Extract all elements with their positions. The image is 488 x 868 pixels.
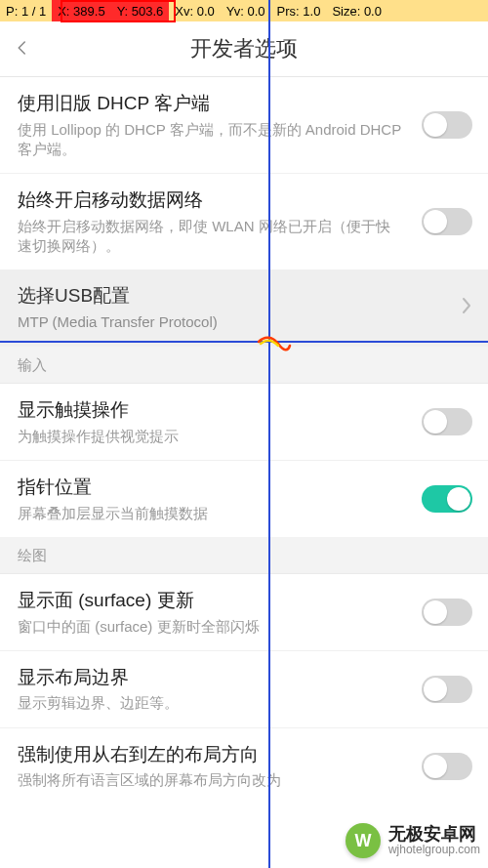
row-usb-label: 选择USB配置 xyxy=(18,283,470,309)
row-surface-updates[interactable]: 显示面 (surface) 更新 窗口中的面 (surface) 更新时全部闪烁 xyxy=(0,574,488,651)
row-rtl-label: 强制使用从右到左的布局方向 xyxy=(18,742,470,767)
debug-prs: Prs: 1.0 xyxy=(271,0,327,21)
section-input: 输入 xyxy=(0,347,488,384)
row-dhcp[interactable]: 使用旧版 DHCP 客户端 使用 Lollipop 的 DHCP 客户端，而不是… xyxy=(0,77,488,174)
debug-yv: Yv: 0.0 xyxy=(221,0,271,21)
section-draw: 绘图 xyxy=(0,537,488,574)
toggle-mobile-data[interactable] xyxy=(422,208,472,235)
debug-x: X: 389.5 xyxy=(52,0,110,21)
debug-y: Y: 503.6 xyxy=(111,0,170,21)
back-button[interactable] xyxy=(14,39,43,68)
row-surface-label: 显示面 (surface) 更新 xyxy=(18,588,470,613)
chevron-right-icon xyxy=(461,296,472,315)
debug-p: P: 1 / 1 xyxy=(0,0,52,21)
toggle-surface-updates[interactable] xyxy=(422,599,472,626)
toggle-layout-bounds[interactable] xyxy=(422,676,472,703)
toggle-dhcp[interactable] xyxy=(422,111,472,139)
row-dhcp-sub: 使用 Lollipop 的 DHCP 客户端，而不是新的 Android DHC… xyxy=(18,120,470,160)
watermark: W 无极安卓网 wjhotelgroup.com xyxy=(346,823,480,858)
row-rtl-sub: 强制将所有语言区域的屏幕布局方向改为 xyxy=(18,770,470,790)
row-mobile-data[interactable]: 始终开启移动数据网络 始终开启移动数据网络，即使 WLAN 网络已开启（便于快速… xyxy=(0,174,488,269)
debug-xv: Xv: 0.0 xyxy=(169,0,220,21)
row-pointer-sub: 屏幕叠加层显示当前触摸数据 xyxy=(18,504,470,523)
row-surface-sub: 窗口中的面 (surface) 更新时全部闪烁 xyxy=(18,617,470,637)
page-title: 开发者选项 xyxy=(190,34,298,63)
row-usb-config[interactable]: 选择USB配置 MTP (Media Transfer Protocol) xyxy=(0,269,488,347)
pointer-debug-bar: P: 1 / 1 X: 389.5 Y: 503.6 Xv: 0.0 Yv: 0… xyxy=(0,0,488,21)
row-show-touches[interactable]: 显示触摸操作 为触摸操作提供视觉提示 xyxy=(0,384,488,461)
toggle-force-rtl[interactable] xyxy=(422,753,472,780)
row-force-rtl[interactable]: 强制使用从右到左的布局方向 强制将所有语言区域的屏幕布局方向改为 xyxy=(0,728,488,805)
row-dhcp-label: 使用旧版 DHCP 客户端 xyxy=(18,91,470,116)
row-show-touches-sub: 为触摸操作提供视觉提示 xyxy=(18,427,470,446)
toggle-show-touches[interactable] xyxy=(422,408,472,435)
watermark-name: 无极安卓网 xyxy=(388,825,480,845)
row-layout-sub: 显示剪辑边界、边距等。 xyxy=(18,693,470,713)
row-pointer-label: 指针位置 xyxy=(18,475,470,500)
row-show-touches-label: 显示触摸操作 xyxy=(18,397,470,423)
row-usb-sub: MTP (Media Transfer Protocol) xyxy=(18,312,470,332)
chevron-left-icon xyxy=(14,39,31,57)
debug-size: Size: 0.0 xyxy=(326,0,387,21)
watermark-url: wjhotelgroup.com xyxy=(388,844,480,856)
screen: P: 1 / 1 X: 389.5 Y: 503.6 Xv: 0.0 Yv: 0… xyxy=(0,0,488,868)
row-mobile-sub: 始终开启移动数据网络，即使 WLAN 网络已开启（便于快速切换网络）。 xyxy=(18,217,470,257)
row-layout-label: 显示布局边界 xyxy=(18,665,470,690)
watermark-logo: W xyxy=(346,823,381,858)
row-mobile-label: 始终开启移动数据网络 xyxy=(18,187,470,213)
toggle-pointer-location[interactable] xyxy=(422,485,472,513)
row-pointer-location[interactable]: 指针位置 屏幕叠加层显示当前触摸数据 xyxy=(0,461,488,537)
row-layout-bounds[interactable]: 显示布局边界 显示剪辑边界、边距等。 xyxy=(0,651,488,728)
